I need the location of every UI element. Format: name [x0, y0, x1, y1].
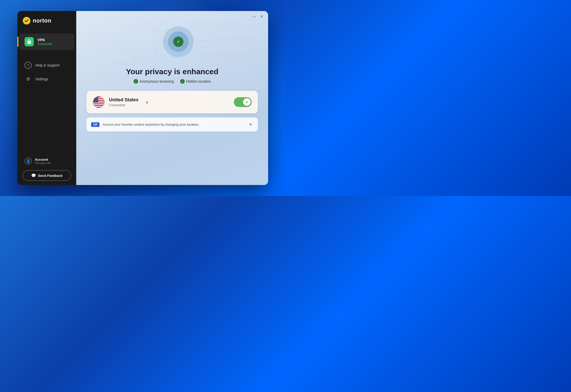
help-label: Help & Support [35, 63, 60, 67]
sidebar-logo: norton [17, 11, 76, 30]
us-flag-icon: ★ ★ ★ ★ ★ ★ ★ ★ ★ ★ ★ ★ ★ ★ ★ ★ ★ ★ ★ ★ … [93, 96, 104, 108]
tip-text: Access your favorite content anywhere by… [103, 123, 245, 126]
account-label: Account [35, 158, 51, 161]
vpn-toggle[interactable]: ✓ [234, 97, 252, 107]
tip-bar: TIP Access your favorite content anywher… [86, 117, 258, 132]
pulse-ring-inner: ✓ [168, 31, 189, 52]
sidebar-navigation: VPN Connected ? Help & Support ⚙ Setting… [17, 30, 76, 151]
vpn-connection-card: ★ ★ ★ ★ ★ ★ ★ ★ ★ ★ ★ ★ ★ ★ ★ ★ ★ ★ ★ ★ … [86, 91, 258, 113]
privacy-title: Your privacy is enhanced [126, 67, 218, 76]
close-button[interactable]: ✕ [260, 15, 263, 18]
vpn-nav-label: VPN [37, 38, 52, 42]
send-feedback-button[interactable]: 💬 Send Feedback [23, 170, 71, 181]
account-icon: 👤 [25, 157, 32, 165]
settings-label: Settings [35, 77, 48, 81]
feedback-icon: 💬 [31, 173, 36, 178]
account-text: Account 366 days left [35, 158, 51, 165]
help-icon: ? [25, 62, 32, 69]
vpn-connection-status: Connected [109, 103, 138, 107]
settings-icon: ⚙ [25, 75, 32, 83]
svg-rect-8 [93, 104, 104, 105]
hidden-location-badge: ✓ Hidden location [180, 79, 211, 84]
app-window: norton VPN Connected ? Help & Support [17, 11, 268, 185]
vpn-nav-text: VPN Connected [37, 38, 52, 46]
privacy-badges: ✓ Anonymous browsing ✓ Hidden location [134, 79, 211, 84]
minimize-button[interactable]: — [252, 15, 256, 18]
tip-label-badge: TIP [91, 122, 100, 127]
svg-rect-7 [93, 103, 104, 103]
sidebar-item-help[interactable]: ? Help & Support [19, 59, 74, 72]
country-flag: ★ ★ ★ ★ ★ ★ ★ ★ ★ ★ ★ ★ ★ ★ ★ ★ ★ ★ ★ ★ … [93, 96, 105, 108]
sidebar-item-settings[interactable]: ⚙ Settings [19, 72, 74, 86]
anonymous-check-icon: ✓ [134, 79, 138, 84]
svg-rect-9 [93, 106, 104, 107]
vpn-icon [27, 39, 32, 44]
toggle-knob: ✓ [243, 98, 251, 106]
vpn-nav-icon [25, 37, 34, 46]
content-area: Your privacy is enhanced ✓ Anonymous bro… [76, 67, 268, 132]
hidden-location-label: Hidden location [186, 79, 211, 83]
hidden-check-icon: ✓ [180, 79, 185, 84]
vpn-country-name: United States [109, 97, 138, 103]
connection-indicator: ✓ [163, 26, 194, 57]
anonymous-browsing-label: Anonymous browsing [140, 79, 174, 83]
vpn-nav-sublabel: Connected [37, 42, 52, 46]
feedback-label: Send Feedback [38, 174, 62, 178]
vpn-card-left: ★ ★ ★ ★ ★ ★ ★ ★ ★ ★ ★ ★ ★ ★ ★ ★ ★ ★ ★ ★ … [93, 96, 234, 108]
toggle-check-icon: ✓ [245, 100, 248, 104]
norton-logo-icon [23, 17, 31, 25]
main-content: — ✕ ✓ [76, 11, 268, 185]
tip-close-button[interactable]: ✕ [248, 121, 253, 128]
pulse-ring-outer: ✓ [163, 26, 194, 57]
connected-check-icon: ✓ [173, 37, 183, 47]
svg-point-0 [23, 17, 30, 25]
svg-text:★ ★ ★ ★ ★ ★: ★ ★ ★ ★ ★ ★ [94, 101, 99, 102]
vpn-location-text: United States Connected [109, 97, 138, 107]
norton-brand-text: norton [33, 17, 51, 24]
account-section: 👤 Account 366 days left [23, 155, 71, 167]
account-days-left: 366 days left [35, 161, 51, 165]
sidebar-bottom: 👤 Account 366 days left 💬 Send Feedback [17, 151, 76, 185]
window-controls: — ✕ [252, 15, 263, 18]
location-dropdown-chevron[interactable]: ∨ [146, 100, 149, 105]
sidebar-item-vpn[interactable]: VPN Connected [19, 34, 74, 50]
anonymous-browsing-badge: ✓ Anonymous browsing [134, 79, 174, 84]
sidebar: norton VPN Connected ? Help & Support [17, 11, 76, 185]
